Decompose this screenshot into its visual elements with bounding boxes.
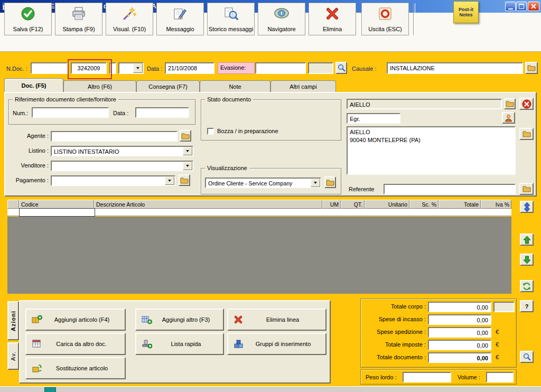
insert-groups-button[interactable]: Gruppi di inserimento [227, 333, 327, 355]
referente-label: Referente [349, 186, 374, 192]
replace-article-button[interactable]: Sostituzione articolo [25, 357, 126, 379]
delete-line-button[interactable]: Elimina linea [227, 309, 327, 331]
load-from-doc-button[interactable]: Carica da altro doc. [25, 333, 126, 355]
navigator-button[interactable]: Navigatore [258, 3, 305, 35]
visual-button[interactable]: Visual. (F10) [106, 3, 153, 35]
evasione-field[interactable] [255, 62, 306, 74]
tab-note-label: Note [229, 83, 241, 90]
address-folder-button[interactable] [519, 128, 534, 140]
causale-folder-button[interactable] [525, 62, 538, 74]
totale-imposte-field[interactable]: 0,00 [428, 340, 491, 350]
postit-notes-icon[interactable]: Post-it Notes [453, 1, 479, 23]
venditore-select-arrow[interactable] [183, 162, 192, 170]
items-header-qt[interactable]: QT. [341, 200, 365, 209]
customer-name-field[interactable]: AIELLO [347, 99, 502, 109]
tab-altri-campi[interactable]: Altri campi [270, 80, 336, 92]
items-header-iva[interactable]: Iva % [481, 200, 511, 209]
listino-select-arrow[interactable] [183, 147, 192, 155]
totale-corpo-extra-field[interactable] [493, 302, 515, 312]
venditore-select[interactable] [51, 161, 193, 171]
listino-select[interactable]: LISTINO INTESTATARIO [51, 146, 193, 156]
items-focused-cell[interactable] [19, 208, 95, 217]
visualizzazione-folder-button[interactable] [324, 176, 336, 188]
customer-address-box[interactable]: AIELLO 90040 MONTELEPRE (PA) [347, 126, 516, 175]
tab-consegna[interactable]: Consegna (F7) [136, 80, 200, 92]
exit-button[interactable]: Uscita (ESC) [361, 3, 409, 35]
add-article-button[interactable]: Aggiungi articolo (F4) [25, 309, 126, 331]
rif-num-field[interactable] [32, 107, 109, 118]
save-button[interactable]: Salva (F12) [4, 3, 52, 35]
pagamento-label: Pagamento : [4, 177, 49, 183]
av-tab[interactable]: Av. [7, 342, 19, 370]
message-history-button[interactable]: Storico messaggi [207, 3, 255, 35]
euro-label: € [496, 329, 499, 335]
items-header-sconto[interactable]: Sc. % [409, 200, 439, 209]
doc-type-select-arrow[interactable] [133, 63, 143, 73]
customer-folder-button[interactable] [504, 98, 516, 109]
evasione-extra-field[interactable] [308, 62, 333, 74]
message-button[interactable]: Messaggio [156, 3, 204, 35]
contact-person-button[interactable] [502, 112, 515, 124]
delete-button-label: Elimina [323, 26, 342, 32]
totals-search-button[interactable] [520, 351, 534, 363]
minimize-button[interactable] [505, 2, 516, 11]
close-icon [531, 4, 536, 9]
chevron-down-icon [186, 165, 189, 167]
add-article-label: Aggiungi articolo (F4) [42, 316, 122, 323]
referente-field[interactable] [384, 184, 516, 194]
pagamento-select[interactable] [51, 175, 175, 186]
totale-documento-field[interactable]: 0,00 [428, 352, 491, 363]
row-down-button[interactable] [520, 254, 534, 266]
rif-data-field[interactable] [135, 107, 189, 118]
items-header-unitario[interactable]: Unitario [365, 200, 409, 209]
tab-note[interactable]: Note [200, 80, 270, 92]
spese-incasso-field[interactable]: 0,00 [428, 314, 491, 325]
quick-list-button[interactable]: Lista rapida [135, 333, 224, 355]
add-other-button[interactable]: Aggiungi altro (F3) [135, 309, 224, 331]
visualizzazione-select[interactable]: Ordine Cliente - Service Company [205, 178, 321, 188]
spese-spedizione-label: Spese spedizione : [361, 329, 426, 335]
bozza-checkbox[interactable] [207, 128, 214, 135]
agente-folder-button[interactable] [180, 130, 191, 142]
tab-doc[interactable]: Doc. (F5) [4, 78, 63, 92]
peso-lordo-field[interactable] [403, 372, 451, 382]
delete-button[interactable]: Elimina [309, 3, 356, 35]
salutation-field[interactable]: Egr. [347, 113, 400, 124]
pagamento-folder-button[interactable] [179, 174, 190, 186]
pagamento-select-arrow[interactable] [165, 176, 174, 185]
doc-number-prefix-field[interactable] [31, 62, 68, 74]
customer-delete-button[interactable] [519, 98, 534, 110]
causale-field[interactable]: INSTALLAZIONE [387, 62, 523, 74]
help-button[interactable]: ? [520, 300, 534, 312]
items-header-totale[interactable]: Totale [439, 200, 481, 209]
move-row-button[interactable] [520, 201, 534, 213]
visualizzazione-select-arrow[interactable] [311, 179, 320, 187]
folder-icon [326, 179, 334, 186]
referente-folder-button[interactable] [519, 183, 534, 195]
items-header-codice[interactable]: Codice [19, 200, 94, 209]
doc-date-field[interactable]: 21/10/2008 [165, 62, 214, 74]
maximize-icon [519, 4, 524, 9]
delete-line-label: Elimina linea [243, 316, 322, 323]
postit-line1: Post-it [459, 7, 473, 12]
evasione-search-button[interactable] [335, 62, 347, 74]
peso-lordo-label: Peso lordo : [366, 374, 397, 380]
spese-spedizione-field[interactable]: 0,00 [428, 327, 491, 338]
maximize-button[interactable] [516, 2, 527, 11]
refresh-button[interactable] [520, 280, 534, 292]
items-header-um[interactable]: UM [322, 200, 341, 209]
totale-corpo-field[interactable]: 0,00 [428, 302, 491, 312]
agente-field[interactable] [51, 131, 178, 142]
items-table-body[interactable] [7, 217, 511, 294]
azioni-tab[interactable]: Azioni [7, 301, 19, 340]
euro-label: € [496, 341, 499, 348]
doc-type-select[interactable] [118, 62, 144, 74]
taskbar-accent [44, 387, 56, 392]
volume-field[interactable] [486, 372, 514, 382]
items-header-descrizione[interactable]: Descrizione Articolo [94, 200, 322, 209]
print-button[interactable]: Stampa (F9) [55, 3, 102, 35]
doc-number-highlight [68, 59, 112, 79]
tab-altro[interactable]: Altro (F6) [63, 80, 136, 92]
row-up-button[interactable] [520, 234, 534, 246]
close-button[interactable] [528, 2, 539, 11]
